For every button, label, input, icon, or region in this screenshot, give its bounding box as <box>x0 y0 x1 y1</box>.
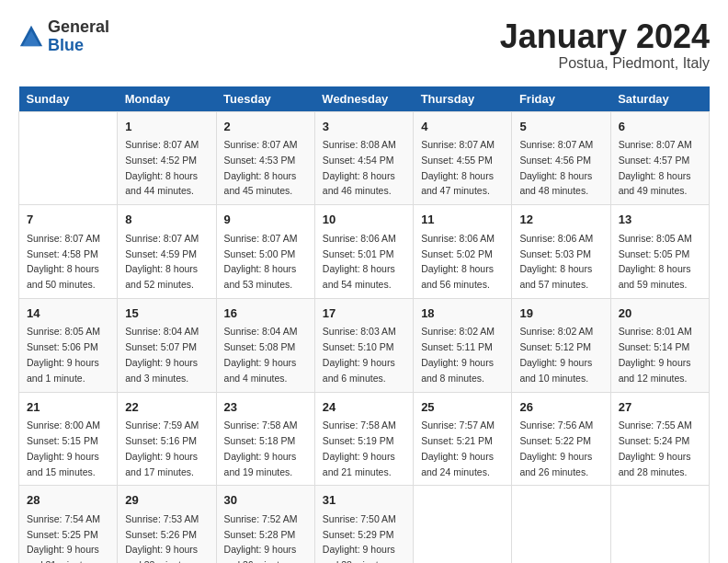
weekday-header-tuesday: Tuesday <box>216 86 314 112</box>
calendar-cell: 16Sunrise: 8:04 AMSunset: 5:08 PMDayligh… <box>216 298 314 392</box>
day-info: Sunrise: 8:06 AMSunset: 5:01 PMDaylight:… <box>323 231 405 293</box>
calendar-cell: 10Sunrise: 8:06 AMSunset: 5:01 PMDayligh… <box>314 205 413 299</box>
day-info: Sunrise: 8:07 AMSunset: 4:57 PMDaylight:… <box>619 137 701 199</box>
day-info: Sunrise: 8:08 AMSunset: 4:54 PMDaylight:… <box>323 137 405 199</box>
day-info: Sunrise: 7:50 AMSunset: 5:29 PMDaylight:… <box>323 511 405 563</box>
day-info: Sunrise: 8:01 AMSunset: 5:14 PMDaylight:… <box>619 324 701 385</box>
day-info: Sunrise: 7:55 AMSunset: 5:24 PMDaylight:… <box>619 418 701 479</box>
weekday-header-row: SundayMondayTuesdayWednesdayThursdayFrid… <box>19 86 710 112</box>
calendar-cell <box>610 486 709 563</box>
calendar-cell: 24Sunrise: 7:58 AMSunset: 5:19 PMDayligh… <box>314 392 413 486</box>
calendar-cell: 21Sunrise: 8:00 AMSunset: 5:15 PMDayligh… <box>19 392 118 486</box>
day-info: Sunrise: 8:07 AMSunset: 4:59 PMDaylight:… <box>125 231 208 293</box>
weekday-header-saturday: Saturday <box>610 86 709 112</box>
day-number: 25 <box>421 398 504 417</box>
logo: General Blue <box>18 18 109 55</box>
calendar-cell: 6Sunrise: 8:07 AMSunset: 4:57 PMDaylight… <box>610 111 709 205</box>
weekday-header-sunday: Sunday <box>19 86 118 112</box>
logo-general: General <box>48 18 109 37</box>
calendar-cell: 23Sunrise: 7:58 AMSunset: 5:18 PMDayligh… <box>216 392 314 486</box>
day-info: Sunrise: 7:53 AMSunset: 5:26 PMDaylight:… <box>125 511 208 563</box>
logo-text: General Blue <box>48 18 109 55</box>
day-info: Sunrise: 8:07 AMSunset: 4:55 PMDaylight:… <box>421 137 504 199</box>
day-number: 6 <box>619 118 701 136</box>
calendar-cell: 8Sunrise: 8:07 AMSunset: 4:59 PMDaylight… <box>118 205 216 299</box>
calendar-cell: 2Sunrise: 8:07 AMSunset: 4:53 PMDaylight… <box>216 111 314 205</box>
day-number: 4 <box>421 118 504 136</box>
calendar-cell: 7Sunrise: 8:07 AMSunset: 4:58 PMDaylight… <box>19 205 118 299</box>
day-number: 31 <box>323 491 405 510</box>
day-info: Sunrise: 8:02 AMSunset: 5:12 PMDaylight:… <box>519 324 602 385</box>
calendar-cell <box>414 486 512 563</box>
day-info: Sunrise: 7:58 AMSunset: 5:18 PMDaylight:… <box>224 418 307 479</box>
day-info: Sunrise: 8:05 AMSunset: 5:05 PMDaylight:… <box>619 231 701 293</box>
day-info: Sunrise: 8:04 AMSunset: 5:07 PMDaylight:… <box>125 324 208 385</box>
calendar-cell: 20Sunrise: 8:01 AMSunset: 5:14 PMDayligh… <box>610 298 709 392</box>
calendar-cell: 31Sunrise: 7:50 AMSunset: 5:29 PMDayligh… <box>314 486 413 563</box>
calendar-cell <box>19 111 118 205</box>
calendar-cell: 19Sunrise: 8:02 AMSunset: 5:12 PMDayligh… <box>512 298 610 392</box>
calendar-cell: 9Sunrise: 8:07 AMSunset: 5:00 PMDaylight… <box>216 205 314 299</box>
day-number: 17 <box>323 304 405 323</box>
day-number: 21 <box>27 398 109 417</box>
day-info: Sunrise: 7:59 AMSunset: 5:16 PMDaylight:… <box>125 418 208 479</box>
calendar-week-row: 28Sunrise: 7:54 AMSunset: 5:25 PMDayligh… <box>19 486 710 563</box>
day-info: Sunrise: 8:04 AMSunset: 5:08 PMDaylight:… <box>224 324 307 385</box>
day-number: 27 <box>619 398 701 417</box>
day-info: Sunrise: 8:06 AMSunset: 5:02 PMDaylight:… <box>421 231 504 293</box>
day-info: Sunrise: 7:56 AMSunset: 5:22 PMDaylight:… <box>519 418 602 479</box>
day-info: Sunrise: 8:07 AMSunset: 4:56 PMDaylight:… <box>519 137 602 199</box>
day-number: 29 <box>125 491 208 510</box>
calendar-subtitle: Postua, Piedmont, Italy <box>500 55 710 72</box>
calendar-cell: 3Sunrise: 8:08 AMSunset: 4:54 PMDaylight… <box>314 111 413 205</box>
day-number: 2 <box>224 118 307 136</box>
day-number: 14 <box>27 304 109 323</box>
day-info: Sunrise: 7:57 AMSunset: 5:21 PMDaylight:… <box>421 418 504 479</box>
day-info: Sunrise: 8:00 AMSunset: 5:15 PMDaylight:… <box>27 418 109 479</box>
day-info: Sunrise: 8:03 AMSunset: 5:10 PMDaylight:… <box>323 324 405 385</box>
weekday-header-wednesday: Wednesday <box>314 86 413 112</box>
calendar-cell: 27Sunrise: 7:55 AMSunset: 5:24 PMDayligh… <box>610 392 709 486</box>
day-number: 20 <box>619 304 701 323</box>
weekday-header-thursday: Thursday <box>414 86 512 112</box>
header: General Blue January 2024 Postua, Piedmo… <box>18 18 710 72</box>
title-area: January 2024 Postua, Piedmont, Italy <box>500 18 710 72</box>
calendar-cell: 15Sunrise: 8:04 AMSunset: 5:07 PMDayligh… <box>118 298 216 392</box>
day-info: Sunrise: 7:54 AMSunset: 5:25 PMDaylight:… <box>27 511 109 563</box>
day-number: 26 <box>519 398 602 417</box>
day-info: Sunrise: 7:52 AMSunset: 5:28 PMDaylight:… <box>224 511 307 563</box>
logo-blue: Blue <box>48 37 109 55</box>
calendar-cell: 30Sunrise: 7:52 AMSunset: 5:28 PMDayligh… <box>216 486 314 563</box>
day-info: Sunrise: 8:07 AMSunset: 4:58 PMDaylight:… <box>27 231 109 293</box>
day-info: Sunrise: 8:02 AMSunset: 5:11 PMDaylight:… <box>421 324 504 385</box>
day-number: 30 <box>224 491 307 510</box>
day-number: 9 <box>224 211 307 229</box>
calendar-cell: 18Sunrise: 8:02 AMSunset: 5:11 PMDayligh… <box>414 298 512 392</box>
calendar-cell: 26Sunrise: 7:56 AMSunset: 5:22 PMDayligh… <box>512 392 610 486</box>
calendar-cell: 14Sunrise: 8:05 AMSunset: 5:06 PMDayligh… <box>19 298 118 392</box>
day-number: 13 <box>619 211 701 229</box>
calendar-cell: 4Sunrise: 8:07 AMSunset: 4:55 PMDaylight… <box>414 111 512 205</box>
weekday-header-friday: Friday <box>512 86 610 112</box>
day-info: Sunrise: 8:07 AMSunset: 5:00 PMDaylight:… <box>224 231 307 293</box>
day-number: 5 <box>519 118 602 136</box>
day-info: Sunrise: 8:07 AMSunset: 4:52 PMDaylight:… <box>125 137 208 199</box>
day-info: Sunrise: 8:05 AMSunset: 5:06 PMDaylight:… <box>27 324 109 385</box>
calendar-title: January 2024 <box>500 18 710 55</box>
day-number: 22 <box>125 398 208 417</box>
day-number: 18 <box>421 304 504 323</box>
day-number: 28 <box>27 491 109 510</box>
day-info: Sunrise: 8:06 AMSunset: 5:03 PMDaylight:… <box>519 231 602 293</box>
calendar-cell <box>512 486 610 563</box>
day-number: 7 <box>27 211 109 229</box>
calendar-cell: 22Sunrise: 7:59 AMSunset: 5:16 PMDayligh… <box>118 392 216 486</box>
calendar-cell: 12Sunrise: 8:06 AMSunset: 5:03 PMDayligh… <box>512 205 610 299</box>
day-number: 15 <box>125 304 208 323</box>
calendar-table: SundayMondayTuesdayWednesdayThursdayFrid… <box>18 86 710 563</box>
logo-icon <box>18 24 44 50</box>
day-number: 24 <box>323 398 405 417</box>
calendar-cell: 25Sunrise: 7:57 AMSunset: 5:21 PMDayligh… <box>414 392 512 486</box>
calendar-cell: 5Sunrise: 8:07 AMSunset: 4:56 PMDaylight… <box>512 111 610 205</box>
calendar-cell: 28Sunrise: 7:54 AMSunset: 5:25 PMDayligh… <box>19 486 118 563</box>
calendar-cell: 17Sunrise: 8:03 AMSunset: 5:10 PMDayligh… <box>314 298 413 392</box>
